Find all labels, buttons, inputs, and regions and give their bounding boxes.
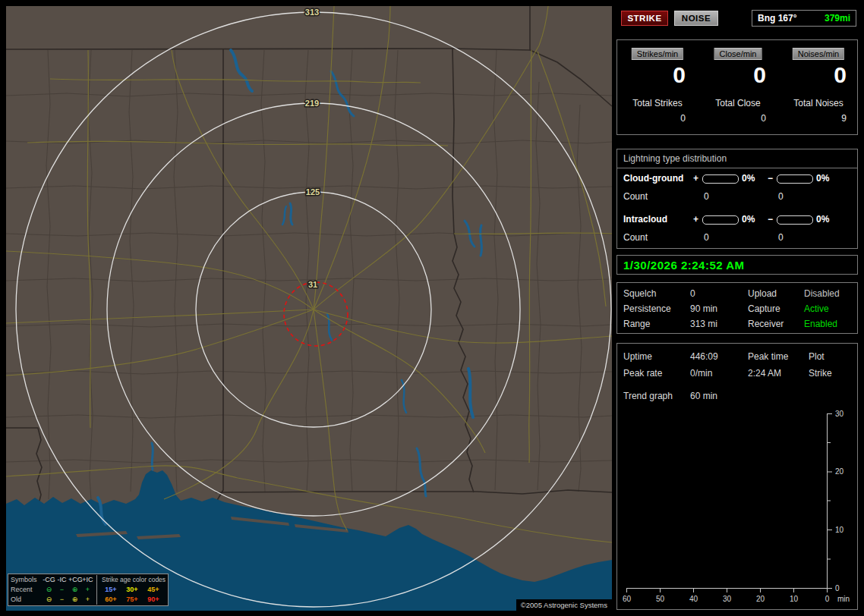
strike-button[interactable]: STRIKE (621, 11, 668, 26)
neg-cg-recent-icon: ⊖ (43, 585, 55, 595)
y-tick-10: 10 (835, 526, 844, 534)
x-axis-unit: min (837, 595, 850, 603)
receiver-label: Receiver (748, 319, 784, 329)
cg-minus-percent: 0% (816, 173, 829, 184)
cg-plus-sign: + (693, 173, 698, 184)
datetime-display: 1/30/2026 2:24:52 AM (623, 259, 745, 272)
strikes-per-min-value: 0 (617, 63, 698, 87)
total-close-value: 0 (698, 113, 778, 124)
noises-per-min-chip: Noises/min (793, 48, 844, 60)
x-tick-20: 20 (756, 595, 765, 603)
ring-label-31: 31 (308, 280, 317, 289)
bearing-value: Bng 167° (758, 13, 796, 24)
age-15-label: 15+ (100, 585, 121, 595)
peak-rate-value: 0/min (690, 368, 712, 379)
cg-minus-bar (777, 174, 813, 184)
ic-minus-percent: 0% (816, 214, 829, 225)
squelch-label: Squelch (623, 288, 656, 299)
lightning-map[interactable]: 313 219 125 31 Symbols -CG -IC +CG +IC S… (6, 6, 612, 611)
persistence-label: Persistence (623, 303, 671, 314)
copyright-text: ©2005 Astrogenic Systems (516, 599, 612, 611)
peak-time-label: Peak time (748, 351, 788, 362)
trend-graph: 30 20 10 0 60 50 40 30 20 10 0 min (620, 407, 856, 611)
legend-old-row: Old ⊖ − ⊕ + 60+ 75+ 90+ (11, 595, 166, 605)
close-per-min-chip: Close/min (714, 48, 762, 60)
legend-col-pos-ic: +IC (81, 575, 94, 585)
cg-plus-percent: 0% (742, 173, 755, 184)
distribution-divider (617, 168, 857, 168)
x-tick-50: 50 (656, 595, 665, 603)
peak-time-value: 2:24 AM (748, 368, 781, 379)
ring-label-313: 313 (305, 8, 319, 17)
map-canvas: 313 219 125 31 (6, 6, 612, 611)
ic-minus-sign: − (768, 214, 773, 225)
y-tick-0: 0 (835, 584, 840, 592)
cg-minus-count: 0 (778, 191, 784, 202)
uptime-label: Uptime (623, 351, 652, 362)
capture-value: Active (804, 303, 829, 314)
total-noises-label: Total Noises (778, 98, 859, 108)
x-tick-10: 10 (790, 595, 799, 603)
trend-graph-label: Trend graph (623, 391, 673, 401)
total-strikes-value: 0 (617, 113, 698, 124)
y-tick-20: 20 (835, 467, 844, 476)
age-90-label: 90+ (143, 595, 164, 605)
bearing-readout: Bng 167° 379mi (752, 10, 856, 27)
legend-col-neg-cg: -CG (43, 575, 55, 585)
age-75-label: 75+ (121, 595, 143, 605)
status-panel: Uptime 446:09 Peak time Plot Peak rate 0… (616, 343, 858, 610)
plot-label: Plot (809, 351, 825, 362)
ic-count-label: Count (623, 232, 648, 243)
pos-cg-recent-icon: ⊕ (68, 585, 81, 595)
neg-ic-old-icon: − (55, 595, 68, 605)
neg-ic-recent-icon: − (55, 585, 68, 595)
range-label: Range (623, 319, 650, 329)
close-per-min-value: 0 (698, 63, 778, 87)
cg-count-label: Count (623, 191, 648, 202)
trend-graph-value: 60 min (690, 391, 717, 401)
ic-plus-bar (702, 215, 739, 225)
distribution-title: Lightning type distribution (623, 153, 727, 164)
legend-recent-ages: 15+ 30+ 45+ (96, 585, 164, 595)
ring-label-219: 219 (305, 99, 319, 108)
counters-panel: Strikes/min 0 Total Strikes 0 Close/min … (616, 39, 858, 135)
persistence-value: 90 min (690, 303, 717, 314)
upload-value: Disabled (804, 288, 840, 299)
header-bar: STRIKE NOISE Bng 167° 379mi (616, 9, 858, 29)
x-tick-60: 60 (623, 595, 632, 603)
strikes-per-min-chip: Strikes/min (632, 48, 683, 60)
ic-plus-sign: + (693, 214, 698, 225)
legend-header-row: Symbols -CG -IC +CG +IC Strike age color… (11, 575, 166, 585)
trend-tick-labels: 30 20 10 0 60 50 40 30 20 10 0 min (623, 410, 850, 603)
legend-age-header-cell: Strike age color codes (96, 575, 166, 585)
range-value: 313 mi (690, 319, 717, 329)
close-column: Close/min 0 Total Close 0 (698, 40, 778, 134)
ic-minus-count: 0 (778, 232, 784, 243)
intracloud-label: Intracloud (623, 214, 667, 225)
cg-minus-sign: − (768, 173, 773, 184)
ring-label-125: 125 (306, 187, 320, 196)
ic-plus-count: 0 (704, 232, 709, 243)
receiver-value: Enabled (804, 319, 837, 329)
legend-recent-label: Recent (11, 585, 43, 595)
age-45-label: 45+ (143, 585, 164, 595)
neg-cg-old-icon: ⊖ (43, 595, 55, 605)
x-tick-0: 0 (825, 595, 830, 603)
noises-per-min-value: 0 (778, 63, 859, 87)
legend-col-neg-ic: -IC (55, 575, 68, 585)
capture-label: Capture (748, 303, 780, 314)
legend-old-label: Old (11, 595, 43, 605)
map-legend: Symbols -CG -IC +CG +IC Strike age color… (8, 574, 169, 606)
noise-button[interactable]: NOISE (674, 11, 718, 26)
pos-ic-old-icon: + (81, 595, 94, 605)
legend-col-pos-cg: +CG (68, 575, 81, 585)
strikes-column: Strikes/min 0 Total Strikes 0 (617, 40, 698, 134)
uptime-value: 446:09 (690, 351, 718, 362)
trend-axes (626, 413, 832, 592)
age-30-label: 30+ (121, 585, 143, 595)
ic-plus-percent: 0% (742, 214, 755, 225)
peak-rate-label: Peak rate (623, 368, 662, 379)
legend-old-ages: 60+ 75+ 90+ (96, 595, 164, 605)
squelch-value: 0 (690, 288, 695, 299)
legend-symbols-header: Symbols (11, 575, 43, 585)
